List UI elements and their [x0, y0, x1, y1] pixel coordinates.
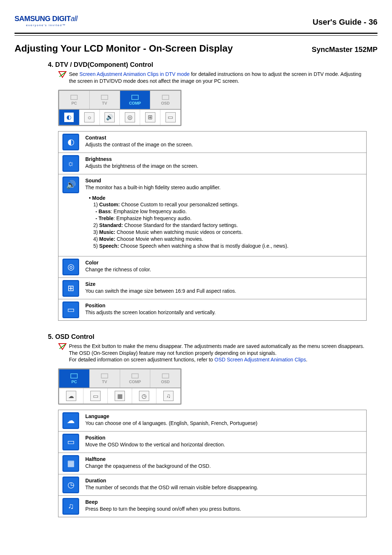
row-desc: Adjusts the brightness of the image on t…: [85, 163, 198, 170]
row-name: Duration: [85, 477, 258, 484]
table-row: ▦HalftoneChange the opaqueness of the ba…: [58, 453, 366, 474]
mode-item: 5) Speech: Choose Speech when watching a…: [93, 243, 289, 250]
beep-icon: ♫: [62, 498, 79, 515]
table-row: ☁LanguageYou can choose one of 4 languag…: [58, 410, 366, 432]
row-icon-cell: ◎: [58, 256, 83, 278]
osd-tab-comp: COMP: [120, 91, 151, 109]
osd-mini-icon: ▭: [90, 391, 101, 401]
row-desc: The monitor has a built-in high fidelity…: [85, 184, 289, 191]
row-text-cell: ColorChange the richness of color.: [83, 256, 155, 278]
svg-rect-5: [162, 95, 169, 100]
table-row: ⊞SizeYou can switch the image size betwe…: [58, 278, 366, 299]
osd-icon-cell: ▦: [108, 388, 132, 404]
row-text-cell: SizeYou can switch the image size betwee…: [83, 278, 240, 299]
osd-tab-pc: PC: [59, 91, 90, 109]
row-text-cell: HalftoneChange the opaqueness of the bac…: [83, 453, 215, 474]
divider-thin: [15, 35, 377, 36]
language-icon: ☁: [62, 412, 79, 429]
section5-intro-link[interactable]: OSD Screen Adjustment Animation Clips: [215, 357, 306, 362]
row-text-cell: DurationThe number of seconds that the O…: [83, 474, 262, 495]
row-icon-cell: ⊞: [58, 278, 83, 299]
osd-tab-osd: OSD: [150, 369, 180, 388]
row-name: Halftone: [85, 456, 211, 463]
size-icon: ⊞: [62, 280, 79, 297]
row-icon-cell: ☼: [58, 153, 83, 174]
divider-thick: [15, 33, 377, 34]
halftone-icon: ▦: [62, 455, 79, 472]
osd-tab-label: COMP: [129, 101, 141, 105]
row-text-cell: LanguageYou can choose one of 4 language…: [83, 410, 261, 431]
table-row: 🔊SoundThe monitor has a built-in high fi…: [58, 174, 366, 256]
osd-tab-tv: TV: [90, 91, 120, 109]
section4-table: ◐ContrastAdjusts the contrast of the ima…: [58, 131, 367, 321]
comp-tab-icon: [131, 373, 139, 379]
row-desc: Move the OSD Window to the vertical and …: [85, 441, 225, 448]
osd-mini-icon: ⊞: [145, 112, 155, 122]
osd-tab-osd: OSD: [150, 91, 180, 109]
row-text-cell: BrightnessAdjusts the brightness of the …: [83, 153, 202, 174]
svg-rect-9: [101, 374, 108, 378]
section5-intro-post: .: [306, 357, 307, 362]
osd-icon-cell: ◎: [120, 110, 140, 125]
osd-tab-label: TV: [102, 101, 107, 105]
table-row: ◎ColorChange the richness of color.: [58, 256, 366, 278]
osd-tab-pc: PC: [59, 369, 90, 388]
table-row: ☼BrightnessAdjusts the brightness of the…: [58, 153, 366, 174]
osd-icon-cell: 🔊: [100, 110, 120, 125]
guide-title: User's Guide - 36: [313, 17, 377, 27]
table-row: ▭PositionThis adjusts the screen locatio…: [58, 299, 366, 320]
osd-tab-label: OSD: [161, 380, 170, 384]
logo-text-1: SAMSUNG: [15, 15, 52, 23]
row-name: Color: [85, 259, 151, 266]
page-header: SAMSUNG DIGITall everyone's invited™ Use…: [15, 15, 377, 30]
table-row: ◐ContrastAdjusts the contrast of the ima…: [58, 131, 366, 153]
osd-mini-icon: ☼: [84, 112, 94, 122]
row-name: Brightness: [85, 156, 198, 163]
mode-item: - Treble: Emphasize high frequency audio…: [95, 215, 289, 222]
row-icon-cell: ▦: [58, 453, 83, 474]
row-text-cell: ContrastAdjusts the contrast of the imag…: [83, 131, 197, 153]
osd-icon-cell: ◷: [132, 388, 156, 404]
row-name: Position: [85, 302, 216, 309]
osd-tab-icon: [162, 373, 170, 379]
osd-mini-icon: ♫: [163, 391, 173, 401]
tv-tab-icon: [101, 94, 109, 100]
row-icon-cell: ◷: [58, 474, 83, 495]
row-name: Size: [85, 281, 236, 288]
logo-text-2: DIGIT: [52, 15, 71, 23]
osd-mini-icon: ◷: [139, 391, 149, 401]
row-icon-cell: 🔊: [58, 174, 83, 256]
row-desc: You can switch the image size between 16…: [85, 288, 236, 295]
mode-heading: • Mode: [89, 195, 289, 202]
osd-tab-label: PC: [72, 380, 77, 384]
row-icon-cell: ▭: [58, 299, 83, 320]
svg-rect-4: [132, 95, 138, 100]
row-name: Position: [85, 434, 225, 441]
tip-icon: [58, 71, 69, 85]
row-text-cell: SoundThe monitor has a built-in high fid…: [83, 174, 292, 256]
section4-intro-link[interactable]: Screen Adjustment Animation Clips in DTV…: [79, 71, 189, 77]
svg-rect-11: [162, 374, 169, 378]
section5-table: ☁LanguageYou can choose one of 4 languag…: [58, 410, 367, 517]
row-icon-cell: ▭: [58, 432, 83, 453]
sound-icon: 🔊: [62, 177, 79, 193]
osd-icon-cell: ▭: [83, 388, 108, 404]
sound-mode-list: • Mode1) Custom: Choose Custom to recall…: [85, 195, 289, 252]
osd-mini-icon: 🔊: [105, 112, 115, 122]
pc-tab-icon: [70, 94, 78, 100]
mode-item: 4) Movie: Choose Movie when watching mov…: [93, 236, 289, 243]
osd-icon-cell: ▭: [160, 110, 180, 125]
row-name: Contrast: [85, 134, 193, 141]
pc-tab-icon: [70, 373, 78, 379]
row-text-cell: BeepPress Beep to turn the beeping sound…: [83, 496, 245, 517]
row-name: Sound: [85, 177, 289, 184]
svg-rect-10: [132, 374, 138, 378]
osd-mini-icon: ▭: [166, 112, 176, 122]
position-icon: ▭: [62, 301, 79, 318]
osd-icon-cell: ♫: [156, 388, 180, 404]
osd-tab-comp: COMP: [120, 369, 151, 388]
row-desc: Change the opaqueness of the background …: [85, 463, 211, 470]
row-desc: The number of seconds that the OSD will …: [85, 484, 258, 491]
row-desc: Change the richness of color.: [85, 266, 151, 273]
comp-tab-icon: [131, 94, 139, 100]
